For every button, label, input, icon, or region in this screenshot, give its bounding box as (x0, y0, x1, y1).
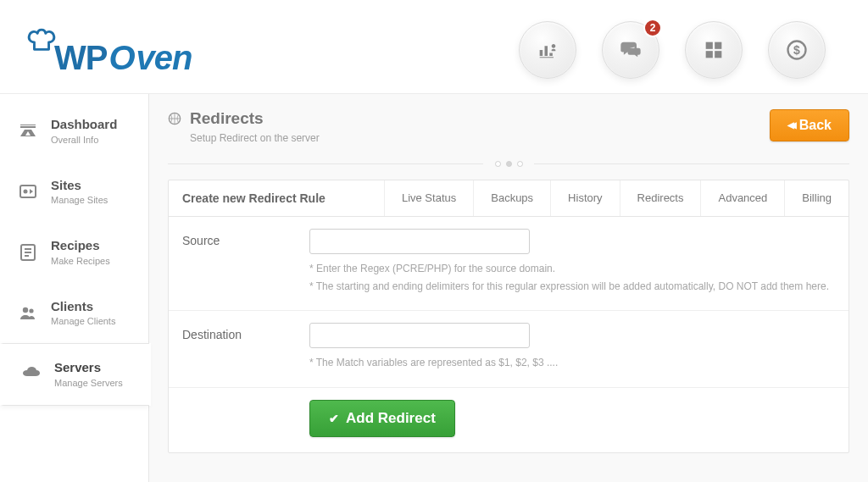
sidebar-item-clients-icon (15, 303, 41, 324)
svg-point-9 (23, 307, 28, 312)
sidebar-item-servers[interactable]: ServersManage Servers (0, 343, 149, 406)
add-redirect-button[interactable]: Add Redirect (309, 400, 455, 437)
page-title: Redirects (190, 109, 320, 128)
tab-redirects[interactable]: Redirects (620, 180, 701, 216)
nav-title: Servers (54, 361, 123, 375)
redirect-panel: Create new Redirect Rule Live StatusBack… (168, 180, 849, 453)
svg-rect-0 (706, 42, 713, 49)
divider-dots (168, 159, 849, 168)
header-messages-icon[interactable]: 2 (602, 21, 659, 79)
sidebar-item-sites-icon (15, 181, 41, 202)
nav-title: Recipes (51, 239, 110, 253)
nav-sub: Overall Info (51, 135, 117, 145)
sidebar-item-dashboard[interactable]: DashboardOverall Info (0, 101, 148, 162)
source-hint2: * The starting and ending delimiters for… (309, 279, 835, 295)
svg-point-10 (29, 308, 33, 313)
notification-badge: 2 (643, 19, 662, 37)
sidebar-item-servers-icon (19, 364, 44, 385)
destination-label: Destination (182, 323, 301, 371)
source-label: Source (182, 229, 301, 295)
sidebar-item-recipes-icon (15, 242, 41, 263)
tab-live-status[interactable]: Live Status (384, 180, 473, 216)
chef-hat-icon (25, 23, 58, 55)
back-button[interactable]: Back (770, 109, 849, 141)
svg-rect-1 (715, 42, 721, 49)
tab-history[interactable]: History (550, 180, 619, 216)
destination-hint: * The Match variables are represented as… (309, 355, 835, 371)
content-area: Redirects Setup Redirect on the server B… (148, 94, 868, 482)
tab-billing[interactable]: Billing (784, 180, 849, 216)
tab-advanced[interactable]: Advanced (700, 180, 784, 216)
page-subtitle: Setup Redirect on the server (190, 132, 320, 144)
nav-title: Sites (51, 179, 108, 193)
nav-sub: Manage Servers (54, 378, 123, 388)
nav-sub: Make Recipes (51, 256, 110, 266)
nav-title: Dashboard (51, 118, 117, 132)
svg-rect-2 (706, 51, 713, 58)
header-grid-icon[interactable] (685, 21, 743, 79)
nav-sub: Manage Sites (51, 195, 108, 205)
svg-point-7 (24, 190, 28, 194)
sidebar-item-clients[interactable]: ClientsManage Clients (0, 283, 148, 344)
header-billing-icon[interactable] (519, 21, 576, 79)
sidebar-item-recipes[interactable]: RecipesMake Recipes (0, 222, 148, 283)
header-money-icon[interactable]: $ (768, 21, 826, 79)
svg-rect-3 (715, 51, 721, 58)
source-hint1: * Enter the Regex (PCRE/PHP) for the sou… (309, 261, 835, 277)
svg-text:$: $ (793, 43, 800, 57)
sidebar-item-dashboard-icon (15, 121, 41, 141)
brand-logo: WPOven (25, 23, 192, 77)
panel-title: Create new Redirect Rule (169, 180, 384, 216)
nav-sub: Manage Clients (51, 316, 115, 326)
svg-rect-6 (20, 186, 36, 197)
destination-input[interactable] (309, 323, 530, 348)
sidebar: DashboardOverall InfoSitesManage SitesRe… (0, 94, 148, 482)
sidebar-item-sites[interactable]: SitesManage Sites (0, 162, 148, 223)
redirects-icon (168, 112, 181, 144)
tab-backups[interactable]: Backups (473, 180, 550, 216)
source-input[interactable] (309, 229, 530, 254)
nav-title: Clients (51, 300, 115, 314)
